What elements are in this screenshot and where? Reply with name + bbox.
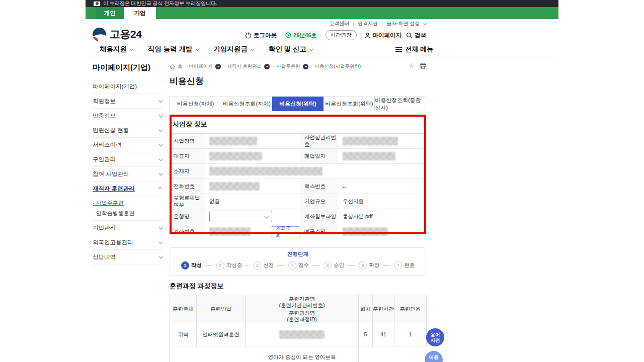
home-icon[interactable] [170,64,175,69]
breadcrumb-incumbent-training[interactable]: 재직자 훈련관리 [227,63,262,70]
sidebar-item-service-history[interactable]: 서비스이력 [93,138,162,152]
course-col-org: 훈련기관명 (훈련기관관리번호) [246,295,359,309]
utility-link-customer-center[interactable]: 고객센터 [329,20,349,27]
step-complete: 7완료 [394,261,415,269]
course-cell-org [246,323,359,346]
tab-cost-inquiry-self[interactable]: 비용신청조회(자체) [221,97,273,111]
tab-cost-apply-consignment[interactable]: 비용신청(위탁) [272,97,324,111]
field-label: 대표자 [170,149,205,163]
sidebar-item-consultation-history[interactable]: 상담내역 [93,250,162,264]
sidebar-item-custom-info[interactable]: 맞춤정보 [93,109,162,123]
chevron-down-icon [195,47,199,51]
site-tab-personal[interactable]: 개인 [96,7,124,19]
tab-cost-apply-self[interactable]: 비용신청(자체) [170,97,221,111]
progress-box: 진행단계 1작성 2작성중 3신청 4접수 5승인 6확정 7완료 [170,247,426,276]
step-receipt: 4접수 [288,261,309,269]
form-row-business-name: 사업장명 사업장관리번호 [170,134,426,149]
sidebar-item-mypage-business[interactable]: 마이페이지(기업) [93,79,162,94]
usage-floating-button[interactable]: 이용 [425,351,443,362]
header: 고객센터 원격지원 글자·화면 설정 고용24 로그아웃 29분46초 [86,19,558,56]
course-cell-trainees: 1 [394,323,427,346]
nav-item-business-subsidy[interactable]: 기업지원금 [214,45,254,54]
step-apply: 3신청 [253,261,274,269]
all-menu-label: 전체 메뉴 [405,45,433,54]
logout-label: 로그아웃 [254,32,277,39]
chevron-down-icon [158,157,163,161]
page-title: 비용신청 [170,75,426,87]
utility-link-display-settings[interactable]: 글자·화면 설정 [386,20,420,27]
chevron-down-icon [158,225,163,229]
field-label: 기업규모 [300,194,338,209]
chevron-down-icon [158,171,163,175]
extend-time-button[interactable]: 시간연장 [326,30,357,40]
nav-item-recruit-support[interactable]: 채용지원 [100,45,133,54]
step-writing: 2작성중 [216,261,243,269]
breadcrumb-dropdown-icon[interactable] [264,64,270,69]
form-row-representative: 대표자 폐업일자 [170,149,426,164]
print-icon[interactable] [420,63,426,69]
site-tab-business[interactable]: 기업 [124,7,156,19]
field-label: 폐업일자 [300,149,338,163]
redacted-value [343,152,395,160]
chevron-down-icon [158,128,163,132]
clock-icon [285,32,291,38]
cost-tabs: 비용신청(자체) 비용신청조회(자체) 비용신청(위탁) 비용신청조회(위탁) … [170,97,426,111]
business-info-title: 사업장 정보 [173,120,426,129]
progress-title: 진행단계 [170,251,426,258]
sidebar: 마이페이지(기업) 마이페이지(기업) 회원정보 맞춤정보 민원신청 현황 서비… [86,63,166,264]
sidebar-item-job-offer-management[interactable]: 구인관리 [93,152,162,167]
step-approval: 5승인 [324,261,344,269]
gov-banner: 이 누리집은 대한민국 공식 전자정부 누리집입니다. [86,0,558,7]
site-logo[interactable]: 고용24 [93,27,141,41]
sidebar-item-participation-management[interactable]: 참여 사업관리 [93,167,162,182]
page: 이 누리집은 대한민국 공식 전자정부 누리집입니다. 개인 기업 고객센터 원… [0,0,644,362]
glossary-floating-button[interactable]: 용어 사전 [426,328,444,346]
breadcrumb-current: 비용신청(사업주위탁) [314,63,361,70]
breadcrumb-dropdown-icon[interactable] [215,64,221,69]
course-cell-method: 인터넷원격훈련 [197,323,246,346]
nav-item-vocational-development[interactable]: 직업 능력 개발 [148,45,199,54]
business-info-form: 사업장명 사업장관리번호 대표자 폐업일자 소재지 전화번호 팩스번호 -- [170,133,426,239]
form-row-address: 소재지 [170,164,426,179]
main-nav: 채용지원 직업 능력 개발 기업지원금 확인 및 신고 전체 메뉴 [100,43,433,55]
sidebar-subitem-work-learning-training[interactable]: - 일학습병행훈련 [93,208,162,221]
gov-emblem-icon [93,28,106,41]
redacted-value [343,137,398,145]
sidebar-subitem-employer-training[interactable]: - 사업주훈련 [93,198,162,208]
favorite-star-icon[interactable]: ☆ [409,62,415,69]
sidebar-item-member-info[interactable]: 회원정보 [93,94,162,109]
field-label: 전화번호 [170,179,205,194]
bank-select[interactable] [209,211,272,222]
utility-link-remote-support[interactable]: 원격지원 [358,20,378,27]
course-col-subject: 훈련주체 [170,295,197,323]
sidebar-item-company-management[interactable]: 기업관리 [93,221,162,235]
account-check-button[interactable]: 계좌조회 [271,226,300,237]
sidebar-item-foreign-employment[interactable]: 외국인고용관리 [93,235,162,250]
field-label: 계좌첨부파일 [300,209,338,224]
breadcrumb-mypage[interactable]: 마이페이지 [189,63,213,70]
chevron-down-icon [158,254,163,258]
tab-cost-inquiry-consignment[interactable]: 비용신청조회(위탁) [323,97,375,111]
chevron-down-icon [158,113,163,117]
course-col-round: 회차 [359,295,373,323]
fax-value: -- [338,179,426,194]
redacted-value [209,152,262,160]
tab-cost-inquiry-integrated[interactable]: 비용신청조회(통합심사) [374,97,426,111]
redacted-value [209,137,257,145]
session-timer-value: 29분46초 [293,32,316,39]
chevron-down-icon [158,142,163,146]
field-label: 예금주명 [300,224,338,239]
search-button[interactable]: 검색 [406,32,426,39]
sidebar-item-incumbent-training[interactable]: 재직자 훈련관리 [93,182,162,196]
breadcrumb-employer-training[interactable]: 사업주훈련 [276,63,300,70]
sidebar-item-civil-application-status[interactable]: 민원신청 현황 [93,123,162,138]
all-menu-button[interactable]: 전체 메뉴 [395,43,433,55]
logout-button[interactable]: 로그아웃 [245,32,277,39]
chevron-down-icon [158,240,163,244]
nav-item-confirm-report[interactable]: 확인 및 신고 [269,45,312,54]
hamburger-icon [395,47,402,52]
step-confirm: 6확정 [359,261,379,269]
breadcrumb-dropdown-icon[interactable] [303,64,308,69]
breadcrumb-home[interactable]: 홈 [178,63,183,70]
mypage-button[interactable]: 마이페이지 [364,32,402,39]
